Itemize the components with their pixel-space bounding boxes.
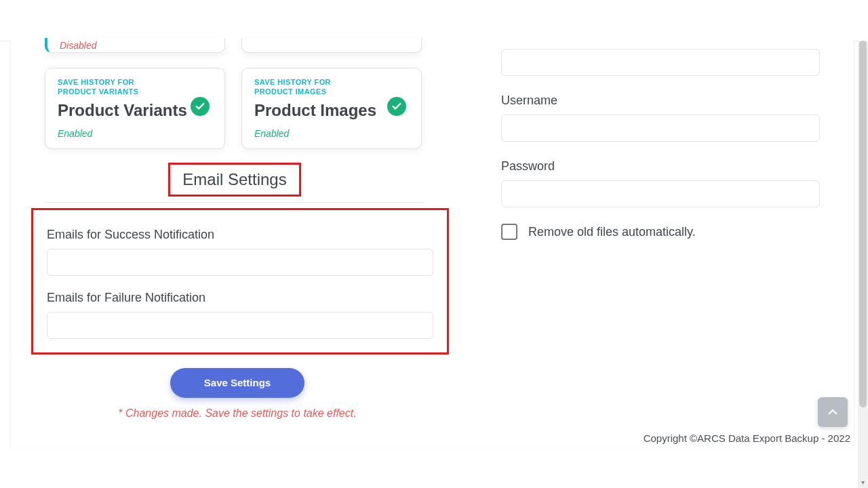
label-failure-emails: Emails for Failure Notification: [47, 291, 433, 305]
label-password: Password: [501, 159, 820, 174]
scrollbar-down-arrow-icon[interactable]: ▾: [859, 476, 867, 488]
card-title: Product Variants: [58, 101, 212, 120]
card-title: Product Images: [254, 101, 409, 120]
settings-panel: Disabled SAVE HISTORY FOR PRODUCT VARIAN…: [10, 41, 854, 447]
history-card-cut-left[interactable]: Disabled: [45, 38, 225, 53]
vertical-scrollbar[interactable]: ▾: [858, 41, 868, 488]
history-card-product-variants[interactable]: SAVE HISTORY FOR PRODUCT VARIANTS Produc…: [45, 68, 225, 149]
top-bar: [0, 0, 868, 41]
input-host[interactable]: [501, 49, 820, 76]
status-badge: Disabled: [60, 38, 212, 53]
input-password[interactable]: [501, 180, 820, 207]
email-settings-group: Emails for Success Notification Emails f…: [31, 208, 449, 354]
check-circle-icon: [387, 97, 406, 116]
input-failure-emails[interactable]: [47, 312, 433, 339]
scrollbar-thumb[interactable]: [859, 41, 867, 407]
status-badge: Enabled: [58, 128, 212, 139]
history-card-product-images[interactable]: SAVE HISTORY FOR PRODUCT IMAGES Product …: [241, 68, 422, 149]
label-remove-old-files: Remove old files automatically.: [528, 225, 696, 239]
input-username[interactable]: [501, 115, 820, 142]
divider: [45, 202, 425, 203]
card-overline: SAVE HISTORY FOR PRODUCT VARIANTS: [58, 78, 173, 97]
footer-copyright: Copyright ©ARCS Data Export Backup - 202…: [10, 426, 854, 444]
status-badge: Enabled: [254, 128, 409, 139]
scroll-to-top-button[interactable]: [818, 397, 848, 427]
input-success-emails[interactable]: [47, 249, 433, 276]
chevron-up-icon: [827, 406, 839, 418]
unsaved-changes-note: * Changes made. Save the settings to tak…: [0, 407, 511, 420]
section-title-email-settings: Email Settings: [168, 163, 300, 197]
check-circle-icon: [191, 97, 210, 116]
card-overline: SAVE HISTORY FOR PRODUCT IMAGES: [254, 78, 370, 97]
label-username: Username: [501, 94, 820, 108]
history-card-cut-right[interactable]: [241, 38, 422, 53]
save-settings-button[interactable]: Save Settings: [170, 368, 304, 398]
checkbox-remove-old-files[interactable]: [501, 224, 517, 240]
label-success-emails: Emails for Success Notification: [47, 228, 433, 242]
